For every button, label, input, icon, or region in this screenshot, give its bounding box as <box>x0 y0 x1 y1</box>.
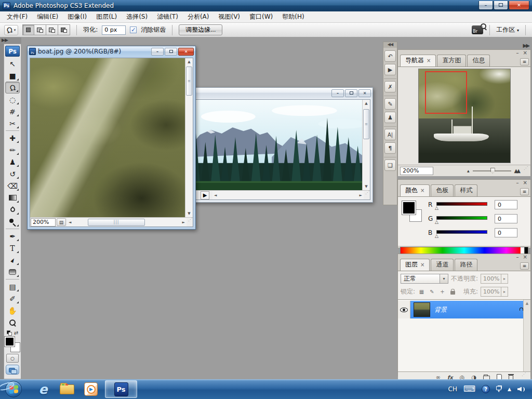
doc2-restore-button[interactable] <box>345 89 357 97</box>
slider-thumb-icon[interactable]: △ <box>435 219 438 224</box>
history-brush-tool[interactable]: ↺ <box>5 168 20 180</box>
layer-comps-panel-button[interactable]: ❏ <box>384 159 396 171</box>
navigator-view-rectangle[interactable] <box>425 71 467 114</box>
tab-color[interactable]: 颜色 × <box>400 184 430 196</box>
ps-logo-button[interactable]: Ps <box>5 46 20 57</box>
shape-tool[interactable] <box>5 266 20 278</box>
panel-minimize-icon[interactable]: – <box>516 255 519 260</box>
minimize-button[interactable]: – <box>478 1 493 10</box>
menu-filter[interactable]: 滤镜(T) <box>152 11 183 22</box>
ime-help-button[interactable]: ? <box>482 385 490 393</box>
clone-source-panel-button[interactable]: ♟ <box>384 112 396 123</box>
foreground-color-swatch[interactable] <box>5 337 15 347</box>
actions-panel-button[interactable]: ▶ <box>384 64 396 75</box>
media-player-button[interactable]: ▶ <box>79 380 103 398</box>
menu-layer[interactable]: 图层(L) <box>91 11 122 22</box>
doc1-close-button[interactable]: ✕ <box>178 48 194 56</box>
panel-menu-button[interactable]: ≡ <box>520 58 529 65</box>
spinner-arrow-icon[interactable]: ▸ <box>501 274 508 283</box>
swap-colors-button[interactable]: ⇄ <box>14 330 18 336</box>
status-page-icon[interactable]: ▤ <box>57 218 66 226</box>
refine-edge-button[interactable]: 调整边缘... <box>179 24 222 35</box>
scroll-left-arrow[interactable]: ◄ <box>69 220 71 224</box>
navigator-zoom-slider[interactable] <box>473 168 511 174</box>
scroll-down-arrow[interactable]: ▼ <box>188 210 190 217</box>
notes-tool[interactable]: ▤ <box>5 281 20 292</box>
doc2-horizontal-scrollbar[interactable]: ◄ ► <box>212 191 364 200</box>
tab-close-icon[interactable]: × <box>427 58 431 63</box>
tab-info[interactable]: 信息 <box>467 55 490 66</box>
panel-minimize-icon[interactable]: – <box>516 50 519 56</box>
crop-tool[interactable]: # <box>5 105 20 117</box>
navigator-zoom-field[interactable]: 200% <box>400 167 433 175</box>
dodge-tool[interactable] <box>5 216 20 228</box>
visibility-toggle[interactable] <box>398 301 410 318</box>
toolbar-collapse-header[interactable]: ▶▶ <box>0 37 21 44</box>
resize-grip[interactable]: ⋰ <box>187 218 193 227</box>
panel-close-icon[interactable]: × <box>523 255 527 260</box>
lock-transparency-button[interactable]: ▦ <box>418 288 425 296</box>
history-panel-button[interactable]: ↶ <box>384 50 396 62</box>
volume-icon[interactable] <box>517 386 525 393</box>
menu-window[interactable]: 窗口(W) <box>245 11 277 22</box>
tab-histogram[interactable]: 直方图 <box>437 55 466 66</box>
character-panel-button[interactable]: A| <box>384 129 396 140</box>
quick-mask-button[interactable]: ○ <box>6 354 19 363</box>
clone-stamp-tool[interactable]: ♟ <box>5 156 20 168</box>
panel-menu-button[interactable]: ≡ <box>520 262 529 270</box>
scroll-right-arrow[interactable]: ► <box>360 193 362 197</box>
subtract-from-selection-button[interactable] <box>46 24 58 35</box>
dock-collapse-header[interactable]: ◀◀ <box>383 42 397 48</box>
panel-resize-grip[interactable]: ⋰ <box>522 167 528 175</box>
green-value-field[interactable]: 0 <box>495 214 517 223</box>
document-window-landscape[interactable]: – ✕ <box>187 87 373 203</box>
panel-close-icon[interactable]: × <box>523 50 527 56</box>
brushes-panel-button[interactable]: ✎ <box>384 98 396 110</box>
green-slider[interactable]: △ <box>436 215 487 222</box>
feather-input[interactable] <box>102 25 126 35</box>
red-value-field[interactable]: 0 <box>495 200 517 209</box>
file-explorer-button[interactable] <box>55 380 79 398</box>
screen-mode-button[interactable] <box>6 365 19 375</box>
lasso-tool[interactable]: Ω <box>5 82 20 94</box>
tab-close-icon[interactable]: × <box>420 188 424 193</box>
brush-tool[interactable]: ✏ <box>5 144 20 156</box>
quick-selection-tool[interactable]: ◌ <box>5 94 20 105</box>
tab-navigator[interactable]: 导航器 × <box>400 55 436 66</box>
ime-options-button[interactable]: ▾ <box>496 386 501 393</box>
opacity-field[interactable]: 100% ▸ <box>481 274 508 284</box>
spinner-arrow-icon[interactable]: ▸ <box>501 287 508 296</box>
color-spectrum-ramp[interactable] <box>400 247 528 254</box>
new-selection-button[interactable] <box>22 24 34 35</box>
scroll-up-arrow[interactable]: ▲ <box>365 100 367 107</box>
scroll-right-arrow[interactable]: ► <box>182 220 185 224</box>
move-tool[interactable]: ↖ <box>5 58 20 70</box>
foreground-color-swatch[interactable] <box>402 201 416 215</box>
panel-menu-button[interactable]: ≡ <box>520 188 529 195</box>
doc1-restore-button[interactable] <box>165 48 177 56</box>
document-window-boat[interactable]: Ps boat.jpg @ 200%(RGB/8#) – ✕ ▲ ≡ ▼ 200… <box>27 46 196 230</box>
pen-tool[interactable]: ✒ <box>5 230 20 242</box>
resize-grip[interactable]: ⋰ <box>364 191 370 200</box>
eraser-tool[interactable]: ⌫ <box>5 180 20 192</box>
tab-close-icon[interactable]: × <box>420 262 424 268</box>
tab-layers[interactable]: 图层 × <box>400 259 430 271</box>
menu-image[interactable]: 图像(I) <box>63 11 91 22</box>
menu-file[interactable]: 文件(F) <box>2 11 32 22</box>
add-to-selection-button[interactable] <box>34 24 46 35</box>
eyedropper-tool[interactable]: ✐ <box>5 292 20 304</box>
zoom-in-icon[interactable]: ▲▲ <box>514 168 519 174</box>
tab-channels[interactable]: 通道 <box>431 259 454 271</box>
blur-tool[interactable] <box>5 204 20 216</box>
tab-paths[interactable]: 路径 <box>455 259 477 271</box>
doc1-titlebar[interactable]: Ps boat.jpg @ 200%(RGB/8#) – ✕ <box>28 46 195 57</box>
tab-styles[interactable]: 样式 <box>455 184 477 196</box>
menu-select[interactable]: 选择(S) <box>122 11 152 22</box>
slider-thumb-icon[interactable]: △ <box>435 205 438 210</box>
scroll-left-arrow[interactable]: ◄ <box>214 193 217 197</box>
dock-collapse-button[interactable]: ▶▶ <box>523 43 529 48</box>
lock-position-button[interactable]: + <box>438 288 446 296</box>
blue-value-field[interactable]: 0 <box>495 228 517 237</box>
scrollbar-thumb[interactable]: ||| <box>88 219 145 226</box>
doc1-vertical-scrollbar[interactable]: ▲ ≡ ▼ <box>185 58 193 217</box>
